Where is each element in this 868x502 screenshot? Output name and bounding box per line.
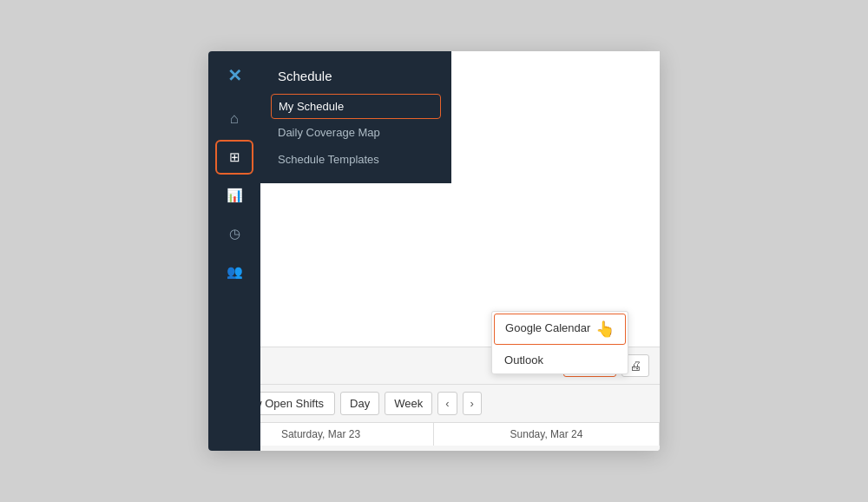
date-row: Saturday, Mar 23 Sunday, Mar 24 [208,422,660,446]
google-calendar-label: Google Calendar [505,321,590,334]
analytics-icon: 📊 [227,188,243,203]
sidebar: ✕ ⌂ ⊞ 📊 ◷ 👥 [208,51,260,451]
print-icon: 🖨 [629,359,641,373]
nav-item-daily-coverage[interactable]: Daily Coverage Map [260,119,451,146]
nav-section-title: Schedule [260,62,451,94]
prev-nav-button[interactable]: ‹ [437,392,457,415]
day-view-button[interactable]: Day [340,392,379,415]
clock-icon: ◷ [229,226,240,241]
prev-arrow-icon: ‹ [445,397,449,410]
sidebar-item-home[interactable]: ⌂ [215,102,253,136]
sidebar-item-users[interactable]: 👥 [215,254,253,289]
nav-item-schedule-templates[interactable]: Schedule Templates [260,146,451,173]
outlook-label: Outlook [504,353,543,367]
week-view-button[interactable]: Week [385,392,432,415]
filter-row: Show Open Shifts Day Week ‹ › [208,385,660,422]
next-arrow-icon: › [470,397,474,410]
sidebar-item-clock[interactable]: ◷ [215,216,253,251]
sync-option-google-calendar[interactable]: Google Calendar 👆 [494,314,626,345]
week-label: Week [394,397,423,410]
cursor-hand-icon: 👆 [595,320,615,339]
date-cell-sunday: Sunday, Mar 24 [434,423,660,446]
home-icon: ⌂ [230,110,239,128]
sidebar-item-analytics[interactable]: 📊 [215,178,253,213]
next-nav-button[interactable]: › [463,392,482,415]
sync-option-outlook[interactable]: Outlook [492,347,628,373]
sidebar-item-schedule[interactable]: ⊞ [215,140,253,175]
schedule-icon: ⊞ [229,149,240,165]
nav-item-my-schedule[interactable]: My Schedule [271,94,441,119]
app-logo[interactable]: ✕ [219,60,250,91]
day-label: Day [350,397,370,410]
users-icon: 👥 [227,264,243,280]
logo-icon: ✕ [227,65,242,86]
sync-dropdown-popup: Google Calendar 👆 Outlook [491,311,628,374]
nav-dropdown-panel: Schedule My Schedule Daily Coverage Map … [260,51,451,183]
